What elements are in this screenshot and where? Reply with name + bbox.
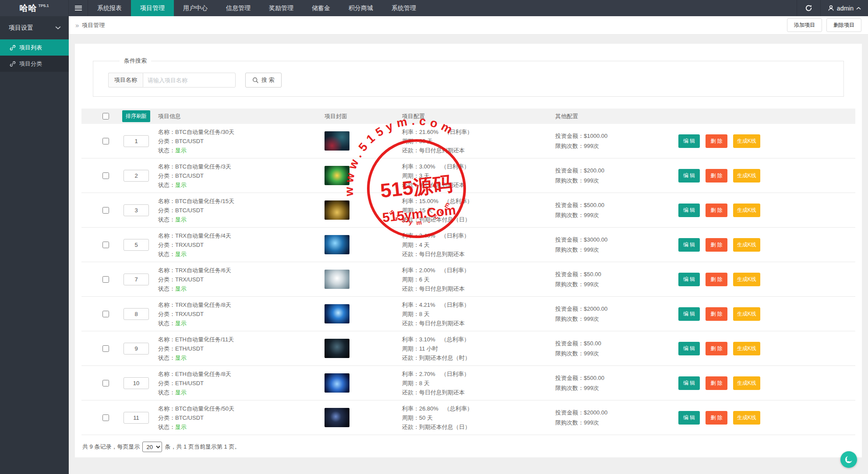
- row-checkbox[interactable]: [102, 242, 109, 248]
- delete-button[interactable]: 删 除: [706, 204, 727, 217]
- row-checkbox[interactable]: [102, 345, 109, 352]
- generate-kline-button[interactable]: 生成K线: [733, 204, 760, 217]
- repay-label: 还款：: [402, 251, 419, 257]
- rate-label: 利率：: [402, 405, 419, 412]
- delete-button[interactable]: 删 除: [706, 273, 727, 286]
- sort-order-input[interactable]: [123, 377, 149, 389]
- edit-button[interactable]: 编 辑: [678, 376, 700, 390]
- delete-button[interactable]: 删 除: [706, 411, 727, 425]
- row-checkbox[interactable]: [102, 172, 109, 179]
- delete-button[interactable]: 删 除: [706, 376, 727, 390]
- breadcrumb-icon: »: [75, 21, 79, 29]
- breadcrumb-bar: » 项目管理 添加项目 删除项目: [69, 16, 868, 35]
- generate-kline-button[interactable]: 生成K线: [733, 169, 760, 183]
- nav-item-points-mall[interactable]: 积分商城: [339, 0, 382, 16]
- generate-kline-button[interactable]: 生成K线: [733, 307, 760, 321]
- row-checkbox[interactable]: [102, 276, 109, 283]
- table-row: 名称：BTC自动量化任务/30天 分类：BTC/USDT 状态：显示 利率：21…: [81, 124, 855, 158]
- status-toggle-link[interactable]: 显示: [175, 216, 187, 223]
- sort-refresh-button[interactable]: 排序刷新: [122, 110, 150, 122]
- project-rate-note: （总利率）: [444, 198, 473, 204]
- header-other-config: 其他配置: [548, 112, 673, 120]
- status-toggle-link[interactable]: 显示: [175, 285, 187, 292]
- project-name-input[interactable]: [143, 73, 236, 88]
- delete-button[interactable]: 删 除: [706, 307, 727, 321]
- sort-order-input[interactable]: [123, 412, 149, 424]
- edit-button[interactable]: 编 辑: [678, 134, 700, 148]
- search-button[interactable]: 搜 索: [245, 73, 282, 88]
- nav-item-messages[interactable]: 信息管理: [217, 0, 260, 16]
- sort-order-input[interactable]: [123, 239, 149, 251]
- edit-button[interactable]: 编 辑: [678, 307, 700, 321]
- row-checkbox[interactable]: [102, 207, 109, 214]
- limit-label: 限购次数：: [555, 350, 584, 357]
- generate-kline-button[interactable]: 生成K线: [733, 376, 760, 390]
- sort-order-input[interactable]: [123, 204, 149, 216]
- row-checkbox[interactable]: [102, 138, 109, 144]
- project-name-group: 项目名称: [108, 73, 236, 88]
- amount-label: 投资金额：: [555, 409, 584, 416]
- page-size-select[interactable]: 20: [142, 442, 162, 452]
- edit-button[interactable]: 编 辑: [678, 169, 700, 183]
- project-rate: 2.40%: [419, 232, 435, 239]
- edit-button[interactable]: 编 辑: [678, 411, 700, 425]
- add-project-button[interactable]: 添加项目: [787, 18, 822, 32]
- delete-button[interactable]: 删 除: [706, 342, 727, 355]
- select-all-checkbox[interactable]: [102, 113, 109, 119]
- sidebar-item-project-list[interactable]: 项目列表: [0, 39, 69, 56]
- edit-button[interactable]: 编 辑: [678, 238, 700, 252]
- project-cycle: 3 天: [419, 172, 430, 179]
- project-rate-note: （日利率）: [441, 163, 469, 170]
- refresh-button[interactable]: [797, 0, 820, 16]
- delete-button[interactable]: 删 除: [706, 134, 727, 148]
- project-cover-image: [325, 235, 349, 254]
- table-row: 名称：BTC自动量化任务/15天 分类：BTC/USDT 状态：显示 利率：15…: [81, 193, 855, 228]
- edit-button[interactable]: 编 辑: [678, 204, 700, 217]
- edit-button[interactable]: 编 辑: [678, 342, 700, 355]
- nav-item-users[interactable]: 用户中心: [174, 0, 217, 16]
- sort-order-input[interactable]: [123, 170, 149, 182]
- generate-kline-button[interactable]: 生成K线: [733, 238, 760, 252]
- edit-button[interactable]: 编 辑: [678, 273, 700, 286]
- generate-kline-button[interactable]: 生成K线: [733, 411, 760, 425]
- status-toggle-link[interactable]: 显示: [175, 424, 187, 430]
- sidebar-toggle-button[interactable]: [69, 0, 88, 16]
- project-category: TRX/USDT: [175, 242, 204, 248]
- row-checkbox[interactable]: [102, 311, 109, 317]
- repay-label: 还款：: [402, 285, 419, 292]
- status-toggle-link[interactable]: 显示: [175, 389, 187, 396]
- status-toggle-link[interactable]: 显示: [175, 320, 187, 327]
- delete-button[interactable]: 删 除: [706, 169, 727, 183]
- user-menu[interactable]: admin: [820, 0, 868, 16]
- sort-order-input[interactable]: [123, 308, 149, 320]
- project-cycle: 6 天: [419, 276, 430, 283]
- row-checkbox[interactable]: [102, 414, 109, 421]
- generate-kline-button[interactable]: 生成K线: [733, 273, 760, 286]
- sidebar-group-project-settings[interactable]: 项目设置: [0, 16, 69, 39]
- status-toggle-link[interactable]: 显示: [175, 147, 187, 154]
- delete-button[interactable]: 删 除: [706, 238, 727, 252]
- generate-kline-button[interactable]: 生成K线: [733, 134, 760, 148]
- rate-label: 利率：: [402, 198, 419, 204]
- floating-theme-button[interactable]: [840, 451, 857, 468]
- nav-item-system[interactable]: 系统管理: [382, 0, 425, 16]
- generate-kline-button[interactable]: 生成K线: [733, 342, 760, 355]
- sidebar-item-project-category[interactable]: 项目分类: [0, 56, 69, 72]
- delete-project-button[interactable]: 删除项目: [826, 18, 861, 32]
- nav-item-reports[interactable]: 系统报表: [88, 0, 131, 16]
- status-toggle-link[interactable]: 显示: [175, 355, 187, 361]
- sort-order-input[interactable]: [123, 343, 149, 355]
- nav-item-savings[interactable]: 储蓄金: [303, 0, 339, 16]
- project-repay: 到期还本付息（日）: [419, 216, 470, 223]
- project-category: TRX/USDT: [175, 276, 204, 283]
- rate-label: 利率：: [402, 336, 419, 343]
- navbar-right: admin: [797, 0, 868, 16]
- status-toggle-link[interactable]: 显示: [175, 251, 187, 257]
- nav-item-projects[interactable]: 项目管理: [131, 0, 174, 16]
- sort-order-input[interactable]: [123, 274, 149, 285]
- nav-item-rewards[interactable]: 奖励管理: [260, 0, 303, 16]
- sort-order-input[interactable]: [123, 135, 149, 147]
- row-checkbox[interactable]: [102, 380, 109, 386]
- status-label: 状态：: [158, 182, 175, 188]
- status-toggle-link[interactable]: 显示: [175, 182, 187, 188]
